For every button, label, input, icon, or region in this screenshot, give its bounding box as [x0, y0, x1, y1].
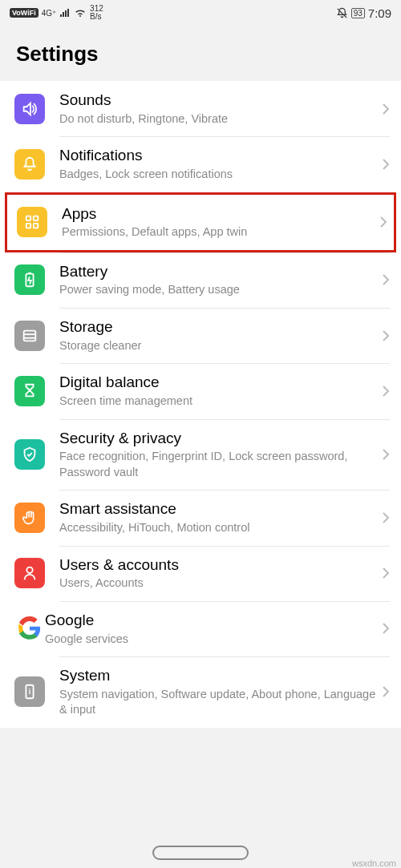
settings-row-google[interactable]: GoogleGoogle services	[0, 601, 401, 656]
chevron-right-icon	[382, 385, 390, 398]
divider	[59, 419, 390, 420]
divider	[59, 490, 390, 491]
row-subtitle: System navigation, Software update, Abou…	[59, 687, 377, 718]
row-subtitle: Storage cleaner	[59, 338, 377, 354]
chevron-right-icon	[382, 158, 390, 171]
mute-icon	[336, 7, 348, 19]
highlight-box: AppsPermissions, Default apps, App twin	[5, 192, 396, 252]
row-subtitle: Do not disturb, Ringtone, Vibrate	[59, 111, 377, 127]
wifi-icon	[74, 8, 87, 18]
row-subtitle: Power saving mode, Battery usage	[59, 282, 377, 298]
watermark: wsxdn.com	[352, 858, 396, 868]
divider	[59, 252, 390, 253]
user-icon	[14, 558, 45, 588]
row-body: NotificationsBadges, Lock screen notific…	[59, 146, 377, 182]
settings-row-hourglass[interactable]: Digital balanceScreen time management	[0, 363, 401, 418]
row-title: Apps	[62, 204, 375, 224]
nav-bar	[0, 846, 401, 860]
settings-row-system[interactable]: iSystemSystem navigation, Software updat…	[0, 656, 401, 728]
home-pill[interactable]	[152, 846, 249, 860]
status-bar: VoWiFi 4G⁺ 312 B/s 93 7:09	[0, 0, 401, 26]
row-body: Users & accountsUsers, Accounts	[59, 555, 377, 591]
svg-rect-3	[34, 224, 38, 228]
row-title: Battery	[59, 262, 377, 282]
page-title: Settings	[0, 26, 401, 81]
row-body: GoogleGoogle services	[45, 611, 377, 647]
settings-row-hand[interactable]: Smart assistanceAccessibility, HiTouch, …	[0, 490, 401, 545]
status-left: VoWiFi 4G⁺ 312 B/s	[10, 5, 103, 21]
row-title: Storage	[59, 317, 377, 337]
chevron-right-icon	[382, 448, 390, 461]
row-subtitle: Accessibility, HiTouch, Motion control	[59, 520, 377, 536]
settings-row-user[interactable]: Users & accountsUsers, Accounts	[0, 546, 401, 601]
chevron-right-icon	[382, 567, 390, 579]
row-subtitle: Google services	[45, 632, 377, 648]
row-title: Sounds	[59, 91, 377, 111]
row-body: Digital balanceScreen time management	[59, 373, 377, 409]
row-body: SoundsDo not disturb, Ringtone, Vibrate	[59, 91, 377, 127]
google-icon	[14, 613, 45, 644]
divider	[59, 308, 390, 309]
signal-bars-icon	[59, 8, 71, 18]
hand-icon	[14, 503, 45, 533]
svg-rect-0	[26, 216, 31, 221]
settings-row-grid[interactable]: AppsPermissions, Default apps, App twin	[7, 195, 394, 250]
chevron-right-icon	[382, 622, 390, 635]
row-subtitle: Face recognition, Fingerprint ID, Lock s…	[59, 449, 377, 480]
row-subtitle: Badges, Lock screen notifications	[59, 167, 377, 183]
row-subtitle: Screen time management	[59, 394, 377, 410]
shield-icon	[14, 439, 45, 470]
signal-indicator: 4G⁺	[42, 9, 56, 18]
row-body: Smart assistanceAccessibility, HiTouch, …	[59, 499, 377, 535]
row-title: System	[59, 666, 377, 686]
svg-rect-2	[26, 224, 31, 228]
system-icon: i	[14, 676, 45, 707]
storage-icon	[14, 321, 45, 351]
vowifi-badge: VoWiFi	[10, 8, 38, 18]
network-speed: 312 B/s	[90, 5, 103, 21]
row-subtitle: Users, Accounts	[59, 575, 377, 591]
chevron-right-icon	[382, 273, 390, 286]
settings-row-sound[interactable]: SoundsDo not disturb, Ringtone, Vibrate	[0, 81, 401, 136]
row-title: Users & accounts	[59, 555, 377, 575]
battery-icon	[14, 264, 45, 295]
divider	[59, 136, 390, 137]
settings-row-shield[interactable]: Security & privacyFace recognition, Fing…	[0, 419, 401, 491]
chevron-right-icon	[382, 511, 390, 524]
row-body: AppsPermissions, Default apps, App twin	[62, 204, 375, 240]
row-title: Notifications	[59, 146, 377, 166]
divider	[59, 363, 390, 364]
row-body: SystemSystem navigation, Software update…	[59, 666, 377, 718]
svg-rect-1	[34, 216, 38, 221]
row-subtitle: Permissions, Default apps, App twin	[62, 224, 375, 240]
settings-list[interactable]: SoundsDo not disturb, Ringtone, VibrateN…	[0, 81, 401, 728]
row-body: StorageStorage cleaner	[59, 317, 377, 353]
row-title: Security & privacy	[59, 429, 377, 449]
svg-rect-6	[24, 330, 36, 341]
chevron-right-icon	[382, 329, 390, 342]
svg-rect-5	[28, 273, 31, 274]
hourglass-icon	[14, 376, 45, 406]
sound-icon	[14, 94, 45, 124]
row-title: Smart assistance	[59, 499, 377, 519]
divider	[59, 656, 390, 657]
battery-indicator: 93	[351, 8, 365, 18]
clock: 7:09	[368, 6, 391, 20]
svg-point-9	[26, 567, 32, 573]
settings-row-battery[interactable]: BatteryPower saving mode, Battery usage	[0, 252, 401, 308]
row-body: Security & privacyFace recognition, Fing…	[59, 429, 377, 481]
row-title: Google	[45, 611, 377, 631]
chevron-right-icon	[382, 103, 390, 115]
divider	[59, 546, 390, 547]
status-right: 93 7:09	[336, 6, 391, 20]
row-title: Digital balance	[59, 373, 377, 393]
chevron-right-icon	[379, 216, 387, 228]
bell-icon	[14, 149, 45, 180]
settings-row-storage[interactable]: StorageStorage cleaner	[0, 308, 401, 363]
divider	[59, 601, 390, 602]
grid-icon	[17, 207, 47, 237]
svg-text:i: i	[29, 688, 31, 696]
settings-row-bell[interactable]: NotificationsBadges, Lock screen notific…	[0, 136, 401, 192]
row-body: BatteryPower saving mode, Battery usage	[59, 262, 377, 298]
chevron-right-icon	[382, 685, 390, 698]
